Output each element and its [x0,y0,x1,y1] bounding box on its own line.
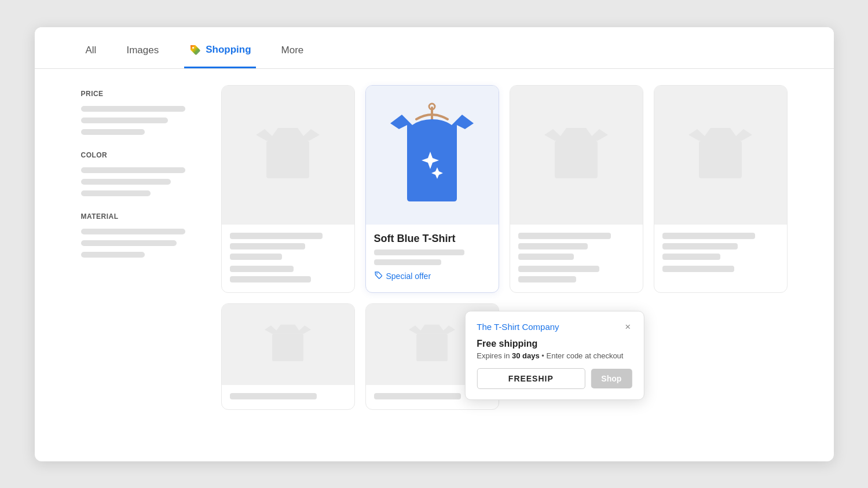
product-info-placeholder-1 [222,225,354,292]
filter-color-label: COLOR [81,151,203,159]
product-card-placeholder-1[interactable] [221,85,355,293]
color-skeleton-3 [81,190,151,196]
popup-offer-desc: Expires in 30 days • Enter code at check… [477,351,632,360]
color-skeleton-1 [81,167,185,173]
product-image-placeholder-3 [510,86,643,225]
filter-material: MATERIAL [81,212,203,258]
tab-all-label: All [86,45,97,56]
skeleton-t3-4 [518,266,600,272]
product-grid: Soft Blue T-Shirt Special offer [221,85,788,410]
svg-point-4 [376,273,378,274]
skeleton-title-1 [230,233,323,239]
shop-button[interactable]: Shop [591,369,632,388]
svg-rect-7 [272,333,303,361]
filter-price-label: PRICE [81,90,203,98]
navigation-tabs: All Images [35,27,834,69]
sidebar-filters: PRICE COLOR MATERIAL [81,85,203,410]
product-info-placeholder-4 [654,225,787,292]
product-info-featured: Soft Blue T-Shirt Special offer [366,225,499,292]
skeleton-t3-1 [518,233,611,239]
skeleton-t4-4 [662,266,735,272]
skeleton-r2-1 [230,393,317,399]
svg-point-0 [192,47,194,49]
price-skeleton-2 [81,118,168,123]
popup-desc-prefix: Expires in [477,351,512,360]
product-card-placeholder-3[interactable] [510,85,643,293]
skeleton-line-3 [230,266,294,272]
product-card-row2-1[interactable] [221,303,355,410]
skeleton-t3-5 [518,276,577,282]
svg-rect-6 [699,141,742,178]
product-card-placeholder-4[interactable] [654,85,788,293]
filter-material-label: MATERIAL [81,212,203,221]
material-skeleton-2 [81,240,177,246]
filter-color: COLOR [81,151,203,196]
tab-all[interactable]: All [81,28,101,68]
skeleton-t4-2 [662,243,738,249]
popup-card: The T-Shirt Company × Free shipping Expi… [464,311,644,400]
popup-actions: FREESHIP Shop [477,368,632,389]
material-skeleton-3 [81,252,145,258]
material-skeleton-1 [81,229,185,234]
main-content: PRICE COLOR MATERIAL [35,69,834,426]
svg-rect-1 [266,141,309,178]
tab-more[interactable]: More [277,28,309,68]
price-skeleton-1 [81,106,185,112]
color-skeleton-2 [81,179,171,185]
shopping-tag-icon [189,43,202,56]
tag-icon [374,271,383,281]
tab-shopping-label: Shopping [206,44,251,56]
skeleton-t3-2 [518,243,588,249]
popup-header: The T-Shirt Company × [477,322,632,332]
svg-rect-5 [555,141,598,178]
product-image-placeholder-1 [222,86,354,225]
popup-offer-title: Free shipping [477,339,632,349]
featured-skeleton-1 [374,249,465,255]
popup-company-name: The T-Shirt Company [477,322,559,332]
browser-window: All Images [35,27,834,461]
product-image-row2-1 [222,304,354,385]
product-info-placeholder-3 [510,225,643,292]
product-info-row2-1 [222,385,354,409]
popup-desc-suffix: • Enter code at checkout [540,351,624,360]
skeleton-t4-1 [662,233,756,239]
tab-images-label: Images [126,45,159,56]
special-offer[interactable]: Special offer [374,271,490,281]
tab-shopping[interactable]: Shopping [184,27,255,68]
skeleton-t4-3 [662,254,721,260]
filter-price: PRICE [81,90,203,135]
tshirt-illustration [366,86,499,225]
skeleton-line-4 [230,276,312,282]
popup-close-button[interactable]: × [624,322,632,332]
skeleton-line-1 [230,243,306,249]
product-image-featured [366,86,499,225]
product-card-featured[interactable]: Soft Blue T-Shirt Special offer [365,85,499,293]
svg-rect-8 [416,333,448,361]
tab-images[interactable]: Images [122,28,163,68]
price-skeleton-3 [81,129,145,135]
popup-desc-bold: 30 days [512,351,540,360]
product-image-placeholder-4 [654,86,787,225]
skeleton-t3-3 [518,254,574,260]
popup-overlay: The T-Shirt Company × Free shipping Expi… [464,311,644,400]
skeleton-r2-2 [374,393,462,399]
featured-skeleton-2 [374,259,442,265]
tab-more-label: More [281,45,304,56]
skeleton-line-2 [230,254,282,260]
featured-product-title: Soft Blue T-Shirt [374,233,490,245]
special-offer-label: Special offer [386,271,431,281]
promo-code[interactable]: FREESHIP [477,368,585,389]
